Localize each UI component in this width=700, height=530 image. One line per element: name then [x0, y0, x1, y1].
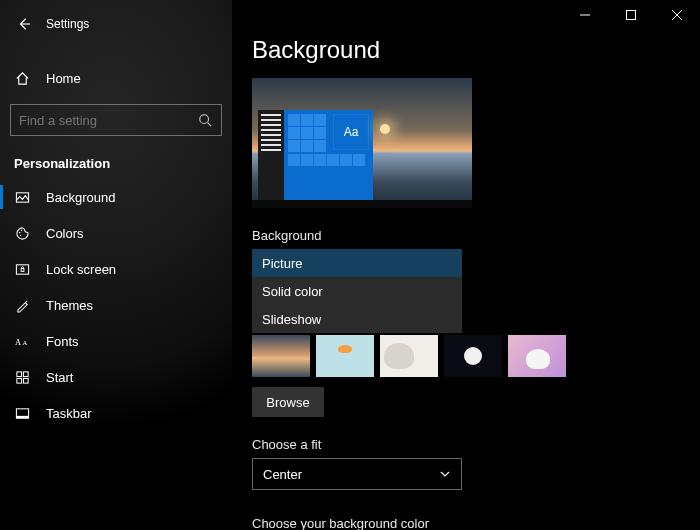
preview-sample-text: Aa [333, 114, 369, 150]
choose-fit-label: Choose a fit [252, 437, 700, 452]
home-icon [14, 71, 30, 86]
page: Background Aa Background Picture Solid c… [232, 0, 700, 530]
settings-window: Settings Home Personalization Background [0, 0, 700, 530]
page-title: Background [252, 36, 700, 64]
palette-icon [14, 226, 30, 241]
svg-text:A: A [15, 337, 22, 347]
search-container [10, 104, 222, 136]
sidebar-item-label: Themes [46, 298, 93, 313]
sidebar: Settings Home Personalization Background [0, 0, 232, 530]
sidebar-item-label: Fonts [46, 334, 79, 349]
thumbnail-2[interactable] [316, 335, 374, 377]
start-icon [14, 370, 30, 385]
home-label: Home [46, 71, 81, 86]
background-type-dropdown[interactable]: Picture Solid color Slideshow [252, 249, 462, 333]
background-type-label: Background [252, 228, 700, 243]
svg-rect-10 [23, 371, 28, 376]
svg-rect-15 [627, 11, 636, 20]
desktop-preview: Aa [252, 78, 472, 208]
sidebar-item-label: Start [46, 370, 73, 385]
sidebar-item-label: Taskbar [46, 406, 92, 421]
svg-point-4 [19, 234, 21, 236]
svg-rect-11 [16, 378, 21, 383]
sidebar-item-taskbar[interactable]: Taskbar [0, 395, 232, 431]
category-label: Personalization [14, 156, 232, 171]
fit-select[interactable]: Center [252, 458, 462, 490]
svg-point-0 [200, 115, 209, 124]
picture-thumbnails [252, 335, 700, 377]
search-input-wrap[interactable] [10, 104, 222, 136]
thumbnail-1[interactable] [252, 335, 310, 377]
minimize-icon [580, 10, 590, 20]
svg-point-3 [20, 229, 22, 231]
thumbnail-4[interactable] [444, 335, 502, 377]
nav-list: Background Colors Lock screen Themes AA … [0, 179, 232, 431]
sidebar-item-label: Colors [46, 226, 84, 241]
sidebar-item-colors[interactable]: Colors [0, 215, 232, 251]
search-input[interactable] [19, 113, 197, 128]
preview-start-menu: Aa [258, 110, 373, 200]
svg-point-2 [18, 231, 20, 233]
fonts-icon: AA [14, 335, 30, 347]
minimize-button[interactable] [562, 0, 608, 30]
picture-icon [14, 190, 30, 205]
svg-rect-9 [16, 371, 21, 376]
svg-text:A: A [22, 339, 27, 346]
close-button[interactable] [654, 0, 700, 30]
lock-screen-icon [14, 262, 30, 277]
close-icon [672, 10, 682, 20]
sidebar-item-start[interactable]: Start [0, 359, 232, 395]
chevron-down-icon [439, 468, 451, 480]
svg-rect-14 [16, 415, 28, 417]
window-controls [562, 0, 700, 30]
back-button[interactable] [8, 8, 40, 40]
back-arrow-icon [17, 17, 31, 31]
maximize-button[interactable] [608, 0, 654, 30]
thumbnail-3[interactable] [380, 335, 438, 377]
dropdown-option-solid-color[interactable]: Solid color [252, 277, 462, 305]
svg-rect-6 [21, 268, 24, 271]
sidebar-item-background[interactable]: Background [0, 179, 232, 215]
app-title: Settings [46, 17, 89, 31]
sidebar-item-fonts[interactable]: AA Fonts [0, 323, 232, 359]
preview-taskbar [252, 200, 472, 208]
thumbnail-5[interactable] [508, 335, 566, 377]
sidebar-item-label: Lock screen [46, 262, 116, 277]
content-pane: Background Aa Background Picture Solid c… [232, 0, 700, 530]
dropdown-option-slideshow[interactable]: Slideshow [252, 305, 462, 333]
home-button[interactable]: Home [0, 60, 232, 96]
choose-bgcolor-label: Choose your background color [252, 516, 700, 530]
sidebar-item-label: Background [46, 190, 115, 205]
taskbar-icon [14, 406, 30, 421]
sidebar-item-lock-screen[interactable]: Lock screen [0, 251, 232, 287]
svg-rect-12 [23, 378, 28, 383]
fit-select-value: Center [263, 467, 302, 482]
search-icon [197, 113, 213, 127]
sidebar-header: Settings [0, 8, 232, 40]
dropdown-option-picture[interactable]: Picture [252, 249, 462, 277]
browse-button-label: Browse [266, 395, 309, 410]
browse-button[interactable]: Browse [252, 387, 324, 417]
maximize-icon [626, 10, 636, 20]
sidebar-item-themes[interactable]: Themes [0, 287, 232, 323]
themes-icon [14, 298, 30, 313]
